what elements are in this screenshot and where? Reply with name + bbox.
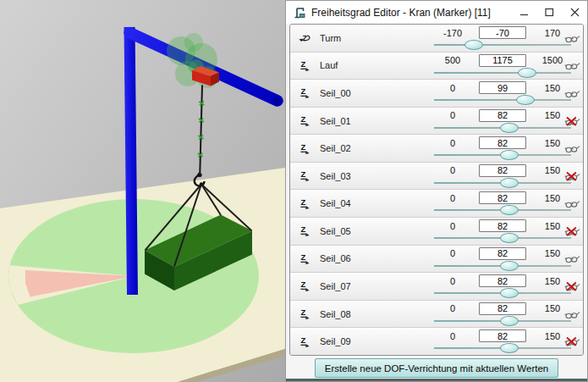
title-bar[interactable]: Freiheitsgrad Editor - Kran (Marker) [11… bbox=[286, 1, 587, 24]
dof-slider-group: 0 150 bbox=[432, 80, 573, 106]
dof-row: Z Seil_00 0 150 bbox=[290, 80, 583, 108]
dof-label: Seil_08 bbox=[320, 309, 351, 319]
close-button[interactable] bbox=[562, 1, 587, 24]
svg-text:Z: Z bbox=[301, 280, 306, 290]
svg-text:Z: Z bbox=[301, 114, 306, 124]
dof-value-input[interactable] bbox=[479, 247, 526, 260]
translate-z-icon: Z bbox=[298, 279, 312, 293]
dof-slider[interactable] bbox=[432, 261, 573, 272]
dof-value-input[interactable] bbox=[479, 136, 526, 149]
dof-slider[interactable] bbox=[432, 343, 573, 354]
visibility-glasses-icon[interactable] bbox=[564, 308, 580, 320]
svg-text:Z: Z bbox=[301, 252, 306, 262]
dof-value-input[interactable] bbox=[479, 81, 526, 94]
slider-thumb[interactable] bbox=[500, 343, 519, 353]
slider-thumb[interactable] bbox=[518, 68, 536, 78]
dof-slider-group: 0 150 bbox=[432, 329, 573, 354]
dof-min-label: 0 bbox=[432, 221, 473, 231]
dof-value-input[interactable] bbox=[479, 219, 526, 232]
dof-slider-group: 0 150 bbox=[432, 191, 573, 216]
visibility-glasses-crossed-icon[interactable] bbox=[564, 225, 580, 237]
visibility-glasses-crossed-icon[interactable] bbox=[564, 335, 580, 347]
dof-label: Seil_05 bbox=[320, 226, 351, 236]
translate-z-icon: Z bbox=[298, 169, 312, 183]
dof-value-input[interactable] bbox=[479, 26, 526, 39]
dof-value-input[interactable] bbox=[479, 191, 526, 204]
dof-slider[interactable] bbox=[432, 95, 573, 106]
dof-value-input[interactable] bbox=[479, 274, 526, 287]
slider-thumb[interactable] bbox=[516, 95, 535, 105]
slider-thumb[interactable] bbox=[500, 316, 519, 326]
translate-z-icon: Z bbox=[298, 224, 312, 238]
dof-min-label: 0 bbox=[432, 110, 473, 120]
dof-value-input[interactable] bbox=[479, 109, 526, 122]
slider-track[interactable] bbox=[434, 44, 571, 46]
slider-thumb[interactable] bbox=[500, 261, 519, 271]
visibility-glasses-crossed-icon[interactable] bbox=[564, 115, 580, 127]
slider-thumb[interactable] bbox=[500, 233, 519, 243]
dof-label: Lauf bbox=[320, 60, 338, 70]
dof-slider[interactable] bbox=[432, 150, 573, 161]
dof-min-label: 0 bbox=[432, 303, 473, 313]
3d-viewport[interactable] bbox=[0, 0, 285, 382]
dof-row: Z Seil_03 0 150 bbox=[290, 163, 583, 191]
dof-row: Z Turm -170 170 bbox=[290, 25, 583, 53]
dof-slider-group: -170 170 bbox=[432, 25, 573, 51]
svg-text:Z: Z bbox=[301, 87, 306, 97]
dof-slider-group: 0 150 bbox=[432, 219, 573, 244]
dof-slider-group: 0 150 bbox=[432, 108, 573, 134]
dof-label: Seil_01 bbox=[320, 116, 351, 126]
svg-text:Z: Z bbox=[301, 142, 306, 152]
dof-slider[interactable] bbox=[432, 316, 573, 327]
create-dof-arrangement-button[interactable]: Erstelle neue DOF-Verrichtung mit aktuel… bbox=[315, 358, 558, 378]
dof-min-label: 0 bbox=[432, 83, 473, 93]
translate-z-icon: Z bbox=[298, 58, 312, 73]
slider-thumb[interactable] bbox=[500, 205, 519, 215]
slider-thumb[interactable] bbox=[500, 178, 519, 188]
slider-track[interactable] bbox=[434, 72, 571, 74]
dof-slider-group: 0 150 bbox=[432, 163, 573, 189]
visibility-glasses-icon[interactable] bbox=[564, 32, 580, 44]
slider-thumb[interactable] bbox=[500, 150, 519, 160]
slider-thumb[interactable] bbox=[464, 40, 483, 50]
visibility-glasses-icon[interactable] bbox=[564, 197, 580, 209]
dof-slider[interactable] bbox=[432, 205, 573, 216]
dof-min-label: 500 bbox=[432, 55, 473, 65]
dof-slider[interactable] bbox=[432, 288, 573, 299]
translate-z-icon: Z bbox=[298, 307, 312, 321]
visibility-glasses-icon[interactable] bbox=[564, 252, 580, 264]
dof-slider-group: 0 150 bbox=[432, 274, 573, 299]
visibility-glasses-icon[interactable] bbox=[564, 87, 580, 99]
app-crane-icon bbox=[293, 6, 306, 19]
dof-panel: Z Turm -170 170 Z Lauf 500 1500 bbox=[289, 24, 584, 356]
jib-end-cap bbox=[273, 97, 282, 105]
visibility-glasses-icon[interactable] bbox=[564, 142, 580, 154]
dof-min-label: 0 bbox=[432, 138, 473, 148]
dof-slider[interactable] bbox=[432, 233, 573, 244]
dof-row: Z Seil_05 0 150 bbox=[290, 218, 583, 246]
visibility-glasses-crossed-icon[interactable] bbox=[564, 280, 580, 292]
dof-value-input[interactable] bbox=[479, 164, 526, 177]
dof-slider-group: 0 150 bbox=[432, 246, 573, 272]
dof-slider[interactable] bbox=[432, 40, 573, 51]
dof-value-input[interactable] bbox=[479, 302, 526, 315]
dof-value-input[interactable] bbox=[479, 329, 526, 342]
visibility-glasses-crossed-icon[interactable] bbox=[564, 170, 580, 182]
visibility-glasses-icon[interactable] bbox=[564, 59, 580, 71]
svg-text:Z: Z bbox=[301, 225, 306, 235]
dof-slider[interactable] bbox=[432, 178, 573, 189]
dof-slider[interactable] bbox=[432, 123, 573, 134]
slider-track[interactable] bbox=[434, 99, 571, 101]
slider-thumb[interactable] bbox=[500, 288, 519, 298]
rotate-z-icon: Z bbox=[298, 30, 312, 45]
dof-value-input[interactable] bbox=[479, 54, 526, 67]
slider-thumb[interactable] bbox=[500, 123, 519, 133]
translate-z-icon: Z bbox=[298, 252, 312, 266]
maximize-button[interactable] bbox=[536, 1, 562, 24]
dof-slider[interactable] bbox=[432, 68, 573, 79]
dof-min-label: -170 bbox=[432, 28, 473, 38]
dof-label: Seil_02 bbox=[320, 143, 351, 153]
dof-slider-group: 0 150 bbox=[432, 136, 573, 161]
minimize-button[interactable] bbox=[511, 1, 536, 24]
translate-z-icon: Z bbox=[298, 86, 312, 100]
